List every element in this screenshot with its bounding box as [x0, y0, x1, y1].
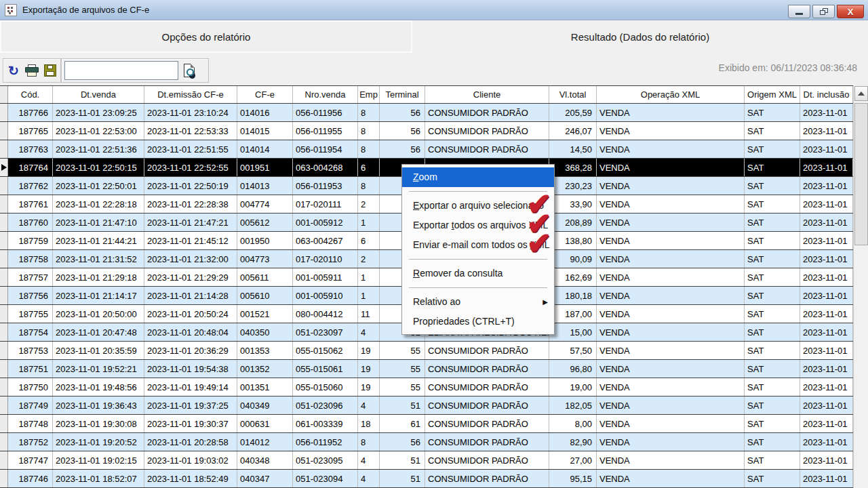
table-cell: 2023-11-01	[800, 195, 853, 213]
displayed-at-label: Exibido em: 06/11/2023 08:36:48	[719, 62, 857, 73]
menu-item-enviar-e-mail-com-todos-os-xml[interactable]: Enviar e-mail com todos os XML	[402, 235, 554, 255]
table-cell: 2023-11-01	[800, 415, 853, 432]
table-cell: 014013	[237, 177, 293, 195]
table-cell: 2023-11-01	[800, 287, 853, 304]
table-cell: 080-004412	[293, 305, 358, 323]
table-row[interactable]: 1877462023-11-01 18:52:072023-11-01 18:5…	[0, 470, 853, 488]
table-row[interactable]: 1877482023-11-01 19:30:082023-11-01 19:3…	[0, 415, 853, 433]
table-cell: 056-011956	[293, 104, 358, 121]
table-cell: SAT	[745, 177, 800, 195]
close-button[interactable]: X	[837, 5, 864, 18]
table-cell: 138,80	[549, 232, 597, 249]
table-cell: 061-003339	[293, 415, 358, 432]
menu-item-propriedades-ctrl-t[interactable]: Propriedades (CTRL+T)	[402, 312, 554, 331]
table-cell: 2023-11-01 21:29:29	[144, 268, 237, 286]
column-header[interactable]: Operação XML	[597, 86, 745, 103]
table-cell: VENDA	[597, 323, 745, 341]
table-row[interactable]: 1877632023-11-01 22:51:362023-11-01 22:5…	[0, 140, 853, 159]
menu-item-exportar-todos-os-arquivos-xml[interactable]: Exportar todos os arquivos XML	[402, 216, 554, 235]
table-cell: 187760	[8, 214, 53, 231]
preview-button[interactable]	[181, 62, 197, 79]
table-cell: 187758	[8, 250, 53, 268]
menu-item-exportar-o-arquivo-selecionado[interactable]: Exportar o arquivo selecionado	[402, 196, 554, 216]
table-row[interactable]: 1877502023-11-01 19:48:562023-11-01 19:4…	[0, 378, 853, 396]
table-cell: 2023-11-01 23:09:25	[53, 104, 144, 121]
table-cell: VENDA	[597, 378, 745, 396]
scroll-up-button[interactable]	[854, 86, 868, 101]
table-cell: 2023-11-01 22:51:36	[53, 140, 144, 158]
table-cell: 056-011953	[293, 177, 358, 195]
scrollbar-thumb[interactable]	[854, 103, 868, 245]
column-header[interactable]: Cliente	[425, 86, 549, 103]
row-selector-gutter	[0, 396, 8, 414]
table-cell: 2023-11-01 19:30:37	[144, 415, 237, 432]
column-header[interactable]: Nro.venda	[293, 86, 358, 103]
menu-item-zoom[interactable]: Zoom	[402, 167, 554, 187]
table-cell: 56	[380, 140, 425, 158]
table-row[interactable]: 1877472023-11-01 19:02:152023-11-01 19:0…	[0, 451, 853, 470]
table-cell: 208,89	[549, 214, 597, 231]
table-row[interactable]: 1877662023-11-01 23:09:252023-11-01 23:1…	[0, 104, 853, 122]
column-header[interactable]: Dt. inclusão	[800, 86, 853, 103]
column-header[interactable]: Cód.	[8, 86, 53, 103]
table-cell: 056-011955	[293, 122, 358, 140]
table-row[interactable]: 1877492023-11-01 19:36:432023-11-01 19:3…	[0, 396, 853, 415]
table-row[interactable]: 1877522023-11-01 19:20:522023-11-01 20:2…	[0, 433, 853, 451]
row-selector-gutter	[0, 177, 8, 195]
table-row[interactable]: 1877532023-11-01 20:35:592023-11-01 20:3…	[0, 342, 853, 360]
table-cell: SAT	[745, 360, 800, 378]
table-cell: 187,00	[549, 305, 597, 323]
table-cell: VENDA	[597, 433, 745, 451]
column-header[interactable]: Origem XML	[745, 86, 800, 103]
table-cell: CONSUMIDOR PADRÃO	[425, 122, 549, 140]
table-cell: 2023-11-01	[800, 396, 853, 414]
table-cell: SAT	[745, 214, 800, 231]
restore-button[interactable]	[812, 5, 835, 18]
app-window: Exportação de arquivos de CF-e X Opções …	[0, 0, 868, 488]
table-row[interactable]: 1877652023-11-01 22:53:002023-11-01 22:5…	[0, 122, 853, 140]
table-cell: 2023-11-01 22:53:33	[144, 122, 237, 140]
table-cell: SAT	[745, 396, 800, 414]
table-cell: 368,28	[549, 159, 597, 176]
table-cell: 2023-11-01 22:51:55	[144, 140, 237, 158]
table-cell: VENDA	[597, 287, 745, 304]
table-cell: 017-020110	[293, 250, 358, 268]
table-cell: 2023-11-01 18:52:49	[144, 470, 237, 487]
table-cell: 1	[358, 268, 380, 286]
table-cell: SAT	[745, 195, 800, 213]
table-cell: 2	[358, 195, 380, 213]
menu-item-relativo-ao[interactable]: Relativo ao▶	[402, 292, 554, 312]
table-cell: 55	[380, 360, 425, 378]
refresh-button[interactable]: ↻	[6, 62, 21, 79]
print-button[interactable]	[24, 62, 39, 79]
save-icon	[44, 64, 56, 77]
table-cell: 96,80	[549, 360, 597, 378]
tab-resultado[interactable]: Resultado (Dados do relatório)	[412, 20, 868, 53]
column-header[interactable]: Dt.venda	[53, 86, 144, 103]
table-cell: CONSUMIDOR PADRÃO	[425, 451, 549, 469]
row-selector-gutter	[0, 122, 8, 140]
tab-opcoes-do-relatorio[interactable]: Opções do relatório	[0, 20, 412, 53]
column-header[interactable]: Emp	[358, 86, 380, 103]
table-row[interactable]: 1877512023-11-01 19:52:212023-11-01 19:5…	[0, 360, 853, 378]
table-cell: 2023-11-01	[800, 323, 853, 341]
minimize-button[interactable]	[788, 5, 810, 18]
search-input[interactable]	[64, 61, 178, 80]
column-header[interactable]: CF-e	[237, 86, 293, 103]
vertical-scrollbar[interactable]	[853, 85, 868, 488]
table-cell: 56	[380, 433, 425, 451]
table-cell: 2023-11-01	[800, 140, 853, 158]
menu-item-remover-da-consulta[interactable]: Remover da consulta	[402, 264, 554, 283]
save-button[interactable]	[43, 62, 58, 79]
table-cell: 2023-11-01	[800, 250, 853, 268]
column-header[interactable]: Vl.total	[549, 86, 597, 103]
preview-icon	[184, 64, 195, 77]
table-cell: 2023-11-01 21:45:12	[144, 232, 237, 249]
tab-label: Resultado (Dados do relatório)	[571, 31, 709, 43]
column-header[interactable]: Dt.emissão CF-e	[144, 86, 237, 103]
column-header[interactable]: Terminal	[380, 86, 425, 103]
app-icon	[5, 4, 17, 16]
table-cell: 187757	[8, 268, 53, 286]
table-cell: 19,00	[549, 378, 597, 396]
table-cell: SAT	[745, 104, 800, 121]
